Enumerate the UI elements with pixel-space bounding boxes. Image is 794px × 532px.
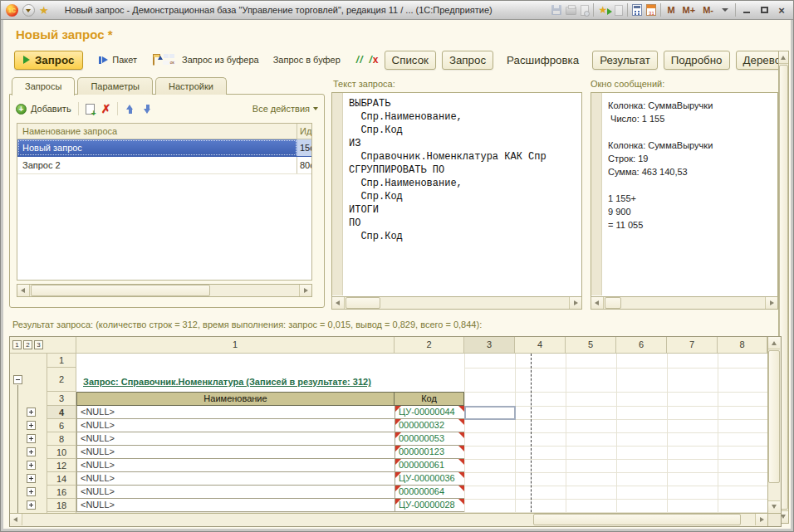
cell-code[interactable]: 000000123: [395, 446, 464, 459]
column-header[interactable]: 8: [718, 337, 767, 353]
save-icon[interactable]: [551, 5, 561, 15]
cell-code[interactable]: ЦУ-00000036: [395, 472, 464, 486]
row-header[interactable]: 16: [47, 486, 76, 499]
scroll-down-icon[interactable]: [768, 500, 780, 513]
column-header[interactable]: 4: [515, 337, 566, 353]
run-batch-button[interactable]: Пакет: [95, 51, 141, 68]
scroll-left-icon[interactable]: [17, 285, 30, 296]
view-result-button[interactable]: Результат: [592, 51, 658, 70]
scroll-thumb[interactable]: [605, 297, 621, 309]
all-actions-button[interactable]: Все действия: [252, 104, 318, 114]
query-to-clipboard-button[interactable]: Запрос в буфер: [269, 51, 345, 68]
column-header[interactable]: 7: [667, 337, 718, 353]
expand-row-icon[interactable]: [27, 500, 36, 510]
print-icon[interactable]: [566, 7, 576, 15]
collapse-group-icon[interactable]: [13, 375, 22, 384]
row-header[interactable]: 2: [47, 368, 76, 392]
scroll-left-icon[interactable]: [332, 297, 345, 309]
cell-name[interactable]: <NULL>: [76, 419, 395, 432]
row-header[interactable]: 8: [47, 432, 76, 446]
column-header[interactable]: 6: [616, 337, 667, 353]
system-menu-icon[interactable]: [22, 4, 35, 17]
result-header-name[interactable]: Наименование: [76, 392, 395, 406]
query-text-box[interactable]: ВЫБРАТЬ Спр.Наименование, Спр.Код ИЗ Спр…: [331, 92, 582, 310]
list-item[interactable]: Новый запрос 15c: [17, 139, 311, 157]
link-icon[interactable]: [615, 5, 623, 16]
expand-row-icon[interactable]: [27, 408, 36, 417]
open-file-icon[interactable]: [153, 56, 154, 66]
move-down-icon[interactable]: [142, 104, 153, 115]
calendar-icon[interactable]: 31: [646, 4, 656, 16]
view-list-button[interactable]: Список: [385, 51, 436, 70]
minimize-button[interactable]: [740, 4, 753, 16]
id-column-header[interactable]: Иде: [297, 124, 311, 139]
cell-code[interactable]: 000000064: [395, 486, 464, 499]
list-item[interactable]: Запрос 2 80c: [17, 157, 311, 174]
expand-row-icon[interactable]: [27, 421, 36, 430]
column-header[interactable]: 2: [395, 337, 464, 353]
expand-row-icon[interactable]: [27, 447, 36, 456]
scroll-up-icon[interactable]: [779, 51, 788, 64]
scroll-right-icon[interactable]: [755, 514, 767, 525]
expand-row-icon[interactable]: [27, 461, 36, 470]
memory-m-plus-button[interactable]: M+: [681, 5, 698, 15]
expand-row-icon[interactable]: [27, 434, 36, 443]
print-preview-icon[interactable]: [581, 5, 589, 16]
queries-list-hscrollbar[interactable]: [17, 284, 312, 297]
column-header[interactable]: 3: [464, 337, 515, 353]
scroll-up-icon[interactable]: [768, 337, 780, 349]
add-to-favorites-icon[interactable]: ★: [598, 4, 610, 16]
delete-query-icon[interactable]: ✗: [101, 104, 111, 115]
row-header[interactable]: 18: [47, 499, 76, 512]
messages-text[interactable]: Колонка: СуммаВыручки Число: 1 155 Колон…: [608, 99, 776, 295]
sheet-hscrollbar[interactable]: [10, 513, 767, 526]
cell-name[interactable]: <NULL>: [76, 432, 395, 446]
group-level-2-button[interactable]: 2: [23, 340, 32, 349]
cell-name[interactable]: <NULL>: [76, 406, 395, 419]
cell-code[interactable]: ЦУ-00000044: [395, 406, 464, 419]
copy-query-icon[interactable]: [86, 104, 95, 115]
cell-code[interactable]: 000000032: [395, 419, 464, 432]
sheet-grid[interactable]: Запрос: Справочник.Номенклатура (Записей…: [76, 354, 767, 513]
group-level-1-button[interactable]: 1: [12, 340, 22, 349]
comment-icon[interactable]: //: [356, 54, 364, 66]
messages-hscrollbar[interactable]: [591, 296, 778, 310]
row-header[interactable]: 1: [47, 354, 76, 368]
cell-code[interactable]: 000000053: [395, 432, 464, 446]
favorites-star-icon[interactable]: ★: [39, 5, 49, 16]
query-text[interactable]: ВЫБРАТЬ Спр.Наименование, Спр.Код ИЗ Спр…: [349, 97, 580, 295]
chevron-down-icon[interactable]: [722, 8, 728, 12]
view-drilldown-button[interactable]: Расшифровка: [499, 51, 586, 70]
sheet-vscrollbar[interactable]: [767, 337, 781, 513]
group-level-3-button[interactable]: 3: [34, 340, 43, 349]
row-header[interactable]: 6: [47, 419, 76, 432]
scroll-thumb[interactable]: [31, 285, 210, 296]
uncomment-icon[interactable]: /x: [370, 54, 379, 66]
row-header[interactable]: 14: [47, 472, 76, 486]
cell-name[interactable]: <NULL>: [76, 472, 395, 486]
memory-m-button[interactable]: M: [665, 5, 676, 15]
tab-parameters[interactable]: Параметры: [77, 77, 153, 95]
query-from-clipboard-button[interactable]: Запрос из буфера: [178, 51, 263, 68]
row-header[interactable]: 10: [47, 446, 76, 459]
add-query-button[interactable]: + Добавить: [16, 104, 71, 115]
result-title-cell[interactable]: Запрос: Справочник.Номенклатура (Записей…: [83, 377, 371, 387]
cell-code[interactable]: ЦУ-00000028: [395, 499, 464, 512]
scroll-thumb[interactable]: [533, 514, 741, 525]
cell-name[interactable]: <NULL>: [76, 486, 395, 499]
expand-row-icon[interactable]: [27, 487, 36, 496]
scroll-thumb[interactable]: [346, 297, 380, 309]
1c-logo-icon[interactable]: 1С: [6, 4, 18, 17]
result-header-code[interactable]: Код: [394, 392, 464, 406]
cell-name[interactable]: <NULL>: [76, 459, 395, 472]
maximize-button[interactable]: [757, 4, 771, 16]
cell-name[interactable]: <NULL>: [76, 499, 395, 512]
tab-queries[interactable]: Запросы: [12, 77, 75, 95]
column-header[interactable]: 1: [76, 337, 395, 353]
row-header[interactable]: 4: [47, 406, 76, 419]
column-header[interactable]: 5: [566, 337, 616, 353]
scroll-right-icon[interactable]: [299, 285, 311, 296]
query-text-hscrollbar[interactable]: [331, 296, 582, 310]
scroll-left-icon[interactable]: [10, 514, 22, 525]
expand-row-icon[interactable]: [27, 474, 36, 483]
